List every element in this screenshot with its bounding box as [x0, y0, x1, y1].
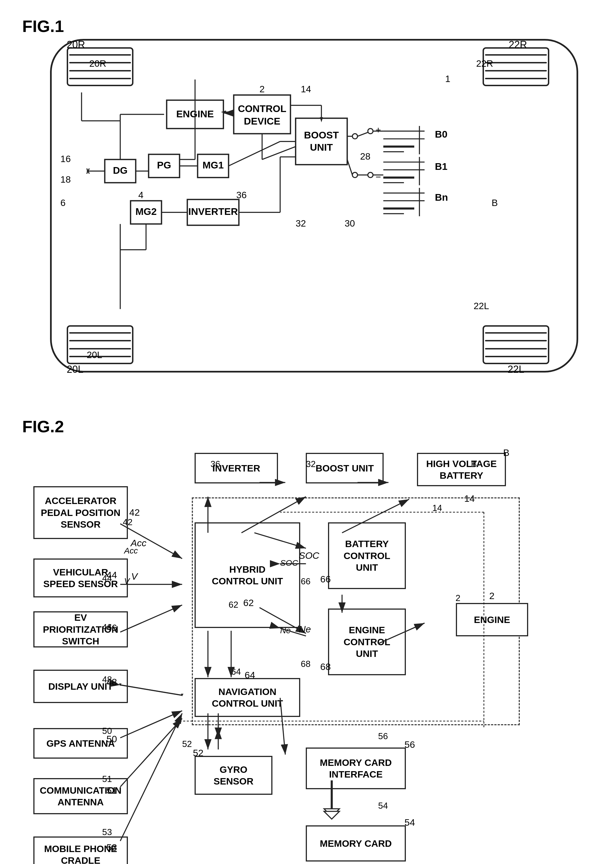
label-soc: SOC — [299, 550, 319, 561]
memory-card-box: MEMORY CARD — [306, 825, 406, 861]
inverter-box: INVERTER — [195, 453, 278, 484]
svg-line-145 — [120, 685, 182, 695]
svg-line-125 — [120, 605, 182, 632]
ref-56: 56 — [404, 739, 415, 750]
svg-marker-127 — [181, 694, 184, 696]
comm-antenna-box: COMMUNICATION ANTENNA — [33, 778, 128, 814]
page: FIG.1 20R 22R — [0, 0, 616, 864]
boost-unit-box: BOOST UNIT — [306, 453, 383, 484]
ref-B: B — [503, 447, 509, 458]
label-ne: Ne — [299, 624, 311, 635]
fig1-label: FIG.1 — [22, 17, 594, 36]
fig1-section: FIG.1 20R 22R — [22, 17, 594, 400]
svg-text:54: 54 — [378, 801, 388, 811]
svg-marker-150 — [324, 811, 340, 819]
ref-51: 51 — [107, 785, 117, 796]
fig2-label: FIG.2 — [22, 417, 594, 436]
wheel-bottom-right — [482, 325, 549, 364]
svg-text:56: 56 — [378, 731, 388, 741]
ref-54: 54 — [404, 817, 415, 828]
ref-52: 52 — [193, 748, 203, 758]
engine-control-box: ENGINE CONTROL UNIT — [328, 608, 406, 675]
car-outline — [50, 39, 578, 372]
ref-22L: 22L — [508, 364, 524, 375]
ref-53: 53 — [107, 842, 117, 853]
wheel-top-left — [67, 47, 134, 86]
svg-line-131 — [120, 713, 182, 841]
svg-line-130 — [120, 719, 182, 787]
label-acc: Acc — [130, 538, 146, 548]
fig2-section: FIG.2 ACCELERATOR PEDAL POSITION SENSOR … — [22, 417, 594, 864]
ref-20L: 20L — [67, 364, 83, 375]
svg-marker-149 — [324, 809, 340, 817]
ref-22R: 22R — [509, 39, 527, 50]
gyro-box: GYRO SENSOR — [195, 756, 272, 795]
fig2-diagram: ACCELERATOR PEDAL POSITION SENSOR VEHICU… — [22, 442, 594, 864]
svg-line-126 — [120, 685, 182, 695]
memory-card-if-box: MEMORY CARD INTERFACE — [306, 748, 406, 789]
ref-14: 14 — [464, 493, 475, 504]
ref-46: 46 — [107, 622, 117, 633]
ref-50: 50 — [107, 734, 117, 745]
ref-68: 68 — [320, 661, 331, 672]
hybrid-control-box: HYBRID CONTROL UNIT — [195, 522, 300, 628]
accel-sensor-box: ACCELERATOR PEDAL POSITION SENSOR — [33, 486, 128, 539]
ref-48: 48 — [107, 677, 117, 688]
ref-62: 62 — [243, 597, 254, 608]
high-voltage-box: HIGH VOLTAGE BATTERY — [417, 453, 506, 486]
label-v: V — [131, 571, 138, 582]
ref-42: 42 — [129, 507, 140, 518]
ref-44: 44 — [107, 570, 117, 580]
engine-box: ENGINE — [456, 603, 528, 636]
ref-66: 66 — [320, 574, 331, 584]
navigation-box: NAVIGATION CONTROL UNIT — [195, 678, 300, 717]
ref-2: 2 — [489, 591, 495, 601]
svg-line-129 — [120, 711, 182, 738]
wheel-bottom-left — [67, 325, 134, 364]
wheel-top-right — [482, 47, 549, 86]
ref-64: 64 — [245, 670, 255, 680]
svg-line-123 — [120, 524, 182, 558]
svg-text:53: 53 — [102, 827, 112, 837]
ref-20R: 20R — [67, 39, 85, 50]
svg-text:52: 52 — [182, 739, 192, 749]
battery-control-box: BATTERY CONTROL UNIT — [328, 522, 406, 589]
